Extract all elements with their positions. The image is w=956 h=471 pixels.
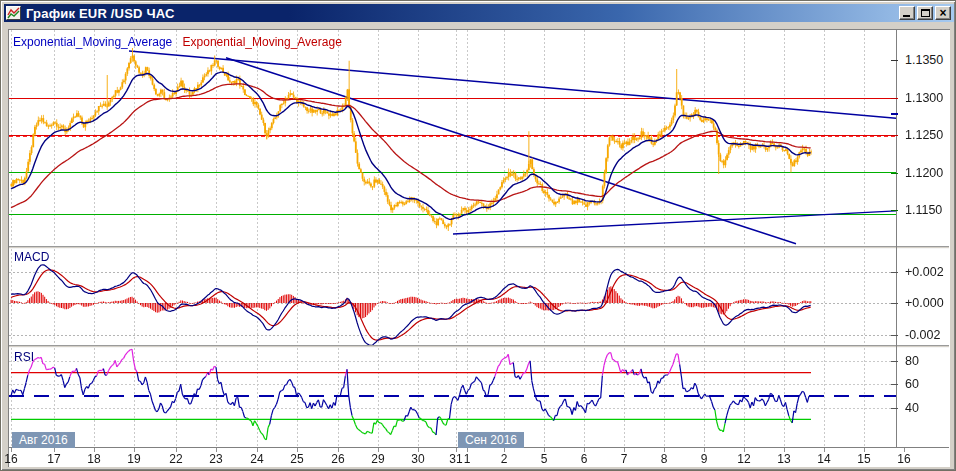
close-icon: × — [936, 6, 950, 20]
date-label: 1 — [464, 452, 471, 466]
maximize-icon — [921, 9, 930, 17]
minimize-button[interactable] — [899, 6, 915, 20]
date-label: 26 — [331, 452, 344, 466]
date-tick — [744, 448, 745, 452]
price-axis-tick — [891, 135, 898, 136]
date-tick — [378, 448, 379, 452]
date-tick — [467, 448, 468, 452]
price-chart-canvas[interactable] — [9, 30, 896, 246]
date-label: 9 — [701, 452, 708, 466]
date-label: 24 — [250, 452, 263, 466]
price-axis-label: 1.1300 — [905, 90, 949, 106]
rsi-panel-label: RSI — [14, 350, 34, 364]
date-tick — [704, 448, 705, 452]
price-axis-tick — [891, 98, 898, 99]
date-label: 30 — [411, 452, 424, 466]
macd-axis-tick — [891, 272, 898, 273]
chart-app-icon — [6, 6, 21, 20]
rsi-indicator-canvas[interactable] — [9, 348, 896, 447]
date-tick — [176, 448, 177, 452]
date-label: 12 — [737, 452, 750, 466]
date-label: 17 — [47, 452, 60, 466]
date-tick — [584, 448, 585, 452]
macd-axis-tick — [891, 303, 898, 304]
price-axis-label: 1.1250 — [905, 127, 949, 143]
date-tick — [624, 448, 625, 452]
month-badge-aug: Авг 2016 — [12, 432, 75, 448]
date-label: 2 — [501, 452, 508, 466]
date-label: 8 — [661, 452, 668, 466]
minimize-icon — [903, 15, 910, 17]
date-tick — [824, 448, 825, 452]
rsi-axis-label: 40 — [905, 400, 949, 416]
date-label: 13 — [777, 452, 790, 466]
date-tick — [784, 448, 785, 452]
date-tick — [504, 448, 505, 452]
macd-indicator-canvas[interactable] — [9, 249, 896, 345]
date-tick — [338, 448, 339, 452]
date-tick — [664, 448, 665, 452]
date-tick — [418, 448, 419, 452]
window-title: График EUR /USD ЧАС — [26, 6, 175, 21]
date-tick — [904, 448, 905, 452]
date-label: 22 — [169, 452, 182, 466]
macd-axis-label: +0.000 — [905, 295, 949, 311]
macd-axis-tick — [891, 335, 898, 336]
date-label: 18 — [87, 452, 100, 466]
rsi-axis-label: 60 — [905, 376, 949, 392]
date-tick — [544, 448, 545, 452]
rsi-axis-label: 80 — [905, 353, 949, 369]
date-tick — [94, 448, 95, 452]
date-tick — [456, 448, 457, 452]
close-button[interactable]: × — [935, 6, 951, 20]
rsi-axis-tick — [891, 408, 898, 409]
date-label: 25 — [290, 452, 303, 466]
price-axis-label: 1.1200 — [905, 165, 949, 181]
rsi-axis-tick — [891, 384, 898, 385]
price-axis-label: 1.1150 — [905, 202, 949, 218]
date-tick — [216, 448, 217, 452]
price-axis-tick — [891, 173, 898, 174]
macd-axis-label: +0.002 — [905, 264, 949, 280]
macd-panel-label: MACD — [14, 250, 49, 264]
date-label: 14 — [817, 452, 830, 466]
rsi-axis-tick — [891, 361, 898, 362]
date-label: 23 — [209, 452, 222, 466]
date-label: 19 — [127, 452, 140, 466]
date-tick — [134, 448, 135, 452]
price-axis-tick — [891, 210, 898, 211]
chart-window: График EUR /USD ЧАС × Exponential_Moving… — [0, 0, 956, 471]
title-bar[interactable]: График EUR /USD ЧАС × — [4, 4, 954, 22]
date-label: 16 — [4, 452, 17, 466]
ema-slow-legend: Exponential_Moving_Average — [183, 35, 342, 49]
date-label: 7 — [621, 452, 628, 466]
indicator-legend: Exponential_Moving_Average Exponential_M… — [13, 35, 342, 49]
plot-area: Exponential_Moving_Average Exponential_M… — [8, 29, 950, 467]
date-tick — [54, 448, 55, 452]
date-tick — [297, 448, 298, 452]
date-tick — [864, 448, 865, 452]
ema-fast-legend: Exponential_Moving_Average — [13, 35, 172, 49]
macd-axis-label: -0.002 — [905, 327, 949, 343]
date-tick — [257, 448, 258, 452]
date-tick — [11, 448, 12, 452]
maximize-button[interactable] — [917, 6, 933, 20]
date-label: 31 — [449, 452, 462, 466]
date-label: 15 — [857, 452, 870, 466]
date-label: 5 — [541, 452, 548, 466]
trendline-axis-marker — [891, 113, 898, 115]
month-badge-sep: Сен 2016 — [458, 432, 524, 448]
price-axis-label: 1.1350 — [905, 52, 949, 68]
date-label: 6 — [581, 452, 588, 466]
date-label: 16 — [897, 452, 910, 466]
price-axis-tick — [891, 60, 898, 61]
date-label: 29 — [371, 452, 384, 466]
